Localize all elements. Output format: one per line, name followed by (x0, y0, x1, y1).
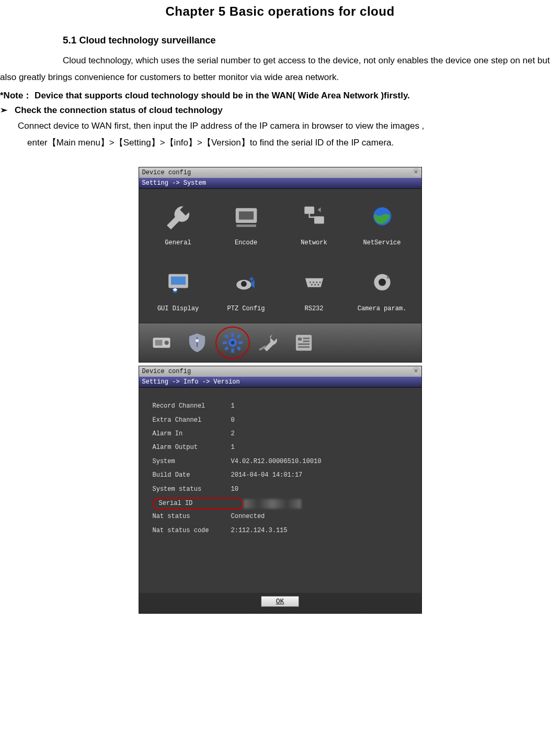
info-value: 2:112.124.3.115 (231, 524, 408, 537)
dock-list-icon[interactable] (291, 331, 317, 355)
chapter-title: Chapter 5 Basic operations for cloud (0, 4, 560, 19)
settings-item-label: Network (280, 239, 348, 246)
info-value: 1 (231, 399, 408, 413)
settings-item-label: Encode (212, 239, 280, 246)
triangle-icon: ➢ (0, 105, 7, 115)
svg-rect-41 (298, 346, 310, 348)
settings-item-network[interactable]: Network (280, 202, 348, 246)
svg-rect-2 (236, 224, 256, 227)
dock-bar (139, 323, 421, 362)
settings-item-ptz-config[interactable]: PTZ Config (212, 268, 280, 312)
svg-rect-36 (295, 335, 311, 351)
svg-rect-22 (155, 340, 162, 346)
info-value: 2 (231, 427, 408, 441)
ptz-icon (230, 268, 263, 298)
version-info-panel: Record Channel1 Extra Channel0 Alarm In2… (139, 388, 421, 593)
network-icon (298, 202, 331, 232)
window-titlebar: Device config × (139, 167, 421, 178)
info-value: Connected (231, 510, 408, 523)
svg-point-13 (316, 281, 317, 283)
svg-point-14 (319, 281, 321, 283)
svg-point-24 (196, 339, 199, 342)
svg-rect-40 (298, 344, 310, 345)
note-line: *Note： Device that supports cloud techno… (0, 89, 560, 102)
info-row: System status10 (153, 482, 408, 496)
info-row: Nat statusConnected (153, 510, 408, 523)
settings-item-label: PTZ Config (212, 305, 280, 312)
info-row: SystemV4.02.R12.00006510.10010 (153, 455, 408, 468)
info-key: Nat status (153, 510, 231, 523)
window-title: Device config (142, 368, 191, 375)
settings-item-label: General (144, 239, 212, 246)
info-key: Extra Channel (153, 413, 231, 427)
info-value: 2014-04-04 14:01:17 (231, 468, 408, 482)
svg-point-15 (311, 284, 312, 286)
section-number: 5.1 (63, 35, 76, 46)
info-key: System (153, 455, 231, 468)
dock-tools-icon[interactable] (255, 331, 281, 355)
close-icon[interactable]: × (412, 168, 420, 176)
connect-text: Connect device to WAN first, then input … (18, 118, 560, 134)
settings-item-label: RS232 (280, 305, 348, 312)
info-value: 1 (231, 441, 408, 454)
info-key: Nat status code (153, 524, 231, 537)
settings-item-label: NetService (348, 239, 416, 246)
dock-shield-icon[interactable] (184, 331, 210, 355)
settings-item-encode[interactable]: Encode (212, 202, 280, 246)
bullet-heading: ➢Check the connection status of cloud te… (0, 105, 560, 116)
info-row: Alarm In2 (153, 427, 408, 441)
svg-point-23 (164, 341, 168, 345)
settings-item-gui-display[interactable]: GUI Display (144, 268, 212, 312)
svg-rect-37 (298, 338, 302, 341)
camera-icon (365, 268, 399, 298)
info-value: 10 (231, 482, 408, 496)
settings-item-label: GUI Display (144, 305, 212, 312)
svg-rect-3 (304, 207, 314, 214)
svg-rect-26 (231, 333, 234, 337)
svg-point-34 (231, 341, 234, 345)
info-key: System status (153, 482, 231, 496)
settings-item-label: Camera param. (348, 305, 416, 312)
svg-rect-31 (236, 346, 241, 351)
svg-rect-32 (236, 334, 241, 339)
window-title: Device config (142, 169, 191, 176)
svg-rect-30 (224, 334, 228, 339)
ok-button[interactable]: OK (261, 596, 300, 607)
info-row: Extra Channel0 (153, 413, 408, 427)
dock-gear-icon[interactable] (220, 331, 246, 355)
svg-rect-1 (238, 211, 253, 220)
wrench-icon (162, 202, 195, 232)
info-row: Build Date2014-04-04 14:01:17 (153, 468, 408, 482)
info-key: Alarm In (153, 427, 231, 441)
section-heading: 5.1 Cloud technology surveillance (63, 35, 560, 46)
enter-text: enter【Main menu】>【Setting】>【info】>【Versi… (27, 134, 560, 151)
settings-item-netservice[interactable]: NetService (348, 202, 416, 246)
settings-grid: General Encode Network NetService GUI Di… (139, 189, 421, 323)
svg-rect-33 (224, 346, 228, 351)
breadcrumb: Setting -> System (139, 178, 421, 189)
svg-rect-7 (170, 277, 185, 285)
info-key: Build Date (153, 468, 231, 482)
device-config-window-version: Device config × Setting -> Info -> Versi… (139, 366, 422, 614)
svg-point-16 (314, 284, 316, 286)
serial-port-icon (298, 268, 331, 298)
settings-item-general[interactable]: General (144, 202, 212, 246)
svg-point-17 (317, 284, 319, 286)
info-key: Record Channel (153, 399, 231, 413)
svg-point-11 (309, 281, 311, 283)
settings-item-rs232[interactable]: RS232 (280, 268, 348, 312)
window-titlebar: Device config × (139, 366, 421, 377)
info-value-blurred (244, 496, 408, 510)
dock-storage-icon[interactable] (148, 331, 175, 355)
info-value: 0 (231, 413, 408, 427)
svg-point-20 (386, 276, 389, 279)
svg-point-19 (378, 279, 385, 286)
svg-rect-39 (303, 341, 309, 342)
close-icon[interactable]: × (412, 367, 420, 375)
svg-point-12 (312, 281, 314, 283)
settings-item-camera-param[interactable]: Camera param. (348, 268, 416, 312)
svg-point-10 (241, 281, 246, 287)
intro-paragraph: Cloud technology, which uses the serial … (0, 52, 560, 86)
svg-rect-28 (222, 341, 226, 344)
section-title: Cloud technology surveillance (79, 35, 215, 46)
